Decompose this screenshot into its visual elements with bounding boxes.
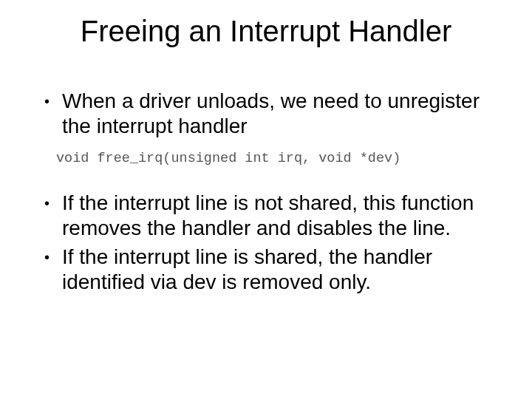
body-bottom: • If the interrupt line is not shared, t… [44, 191, 495, 299]
bullet-dot-icon: • [44, 245, 62, 294]
bullet-text: When a driver unloads, we need to unregi… [62, 89, 495, 138]
bullet-item: • If the interrupt line is not shared, t… [44, 191, 495, 240]
bullet-text: If the interrupt line is shared, the han… [62, 245, 495, 294]
slide-title: Freeing an Interrupt Handler [0, 15, 532, 48]
code-signature: void free_irq(unsigned int irq, void *de… [56, 151, 400, 166]
bullet-item: • When a driver unloads, we need to unre… [44, 89, 495, 138]
slide: Freeing an Interrupt Handler • When a dr… [0, 0, 532, 399]
body-top: • When a driver unloads, we need to unre… [44, 89, 495, 143]
bullet-item: • If the interrupt line is shared, the h… [44, 245, 495, 294]
bullet-dot-icon: • [44, 191, 62, 240]
bullet-dot-icon: • [44, 89, 62, 138]
bullet-text: If the interrupt line is not shared, thi… [62, 191, 495, 240]
